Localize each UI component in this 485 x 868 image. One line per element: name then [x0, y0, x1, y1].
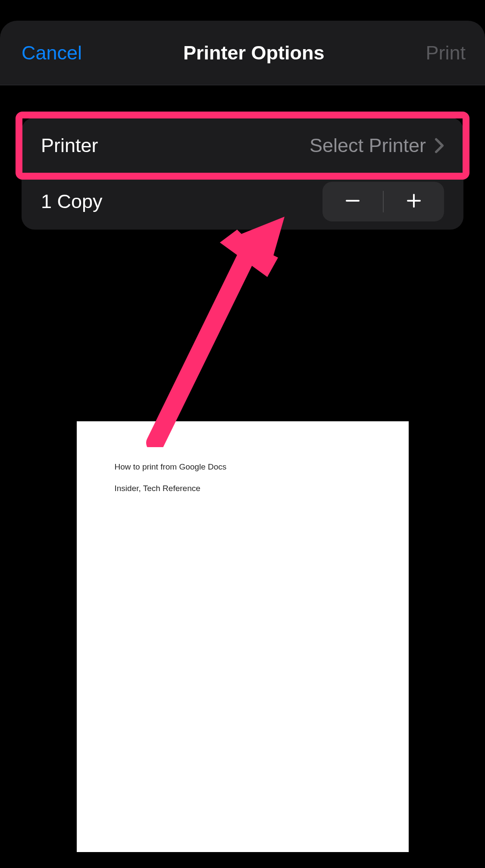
annotation-arrow-icon: [82, 206, 306, 447]
settings-content: Printer Select Printer 1 Copy: [0, 85, 485, 230]
stepper-minus-button[interactable]: [322, 182, 383, 221]
plus-icon: [404, 191, 423, 212]
copies-label: 1 Copy: [41, 190, 103, 213]
chevron-right-icon: [435, 137, 444, 154]
document-author-text: Insider, Tech Reference: [115, 484, 371, 493]
copies-row: 1 Copy: [22, 174, 463, 230]
sheet-title: Printer Options: [183, 42, 325, 64]
settings-group: Printer Select Printer 1 Copy: [22, 118, 463, 230]
printer-row[interactable]: Printer Select Printer: [22, 118, 463, 174]
copies-stepper: [322, 182, 444, 221]
navigation-bar: Cancel Printer Options Print: [0, 21, 485, 85]
page-preview-thumbnail[interactable]: How to print from Google Docs Insider, T…: [77, 421, 409, 852]
cancel-button[interactable]: Cancel: [22, 42, 82, 64]
minus-icon: [343, 191, 362, 212]
document-title-text: How to print from Google Docs: [115, 462, 371, 472]
printer-value: Select Printer: [310, 134, 426, 157]
print-options-sheet: Cancel Printer Options Print Printer Sel…: [0, 21, 485, 868]
print-button[interactable]: Print: [426, 42, 466, 64]
print-preview-area: How to print from Google Docs Insider, T…: [0, 421, 485, 868]
stepper-plus-button[interactable]: [384, 182, 444, 221]
printer-label: Printer: [41, 134, 98, 157]
